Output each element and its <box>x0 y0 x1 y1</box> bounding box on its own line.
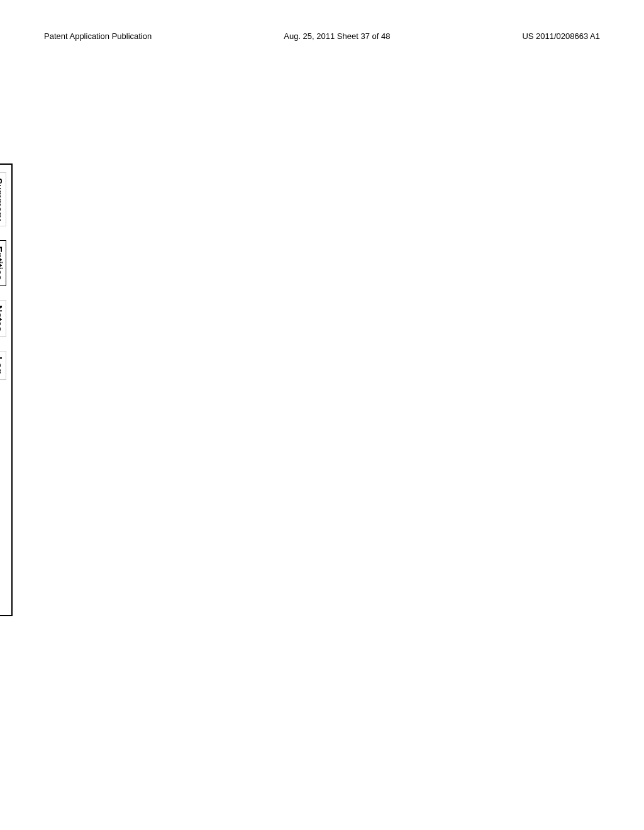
header-left: Patent Application Publication <box>44 31 152 41</box>
main-frame: Summary Entities Notes Log Description o… <box>0 163 13 616</box>
tab-entities[interactable]: Entities <box>0 240 6 285</box>
page-header: Patent Application Publication Aug. 25, … <box>0 0 644 47</box>
header-right: US 2011/0208663 A1 <box>522 31 600 41</box>
tab-notes[interactable]: Notes <box>0 300 6 338</box>
tab-summary[interactable]: Summary <box>0 172 6 226</box>
tab-log[interactable]: Log <box>0 351 6 380</box>
header-center: Aug. 25, 2011 Sheet 37 of 48 <box>284 31 390 41</box>
tab-bar: Summary Entities Notes Log <box>0 170 6 610</box>
